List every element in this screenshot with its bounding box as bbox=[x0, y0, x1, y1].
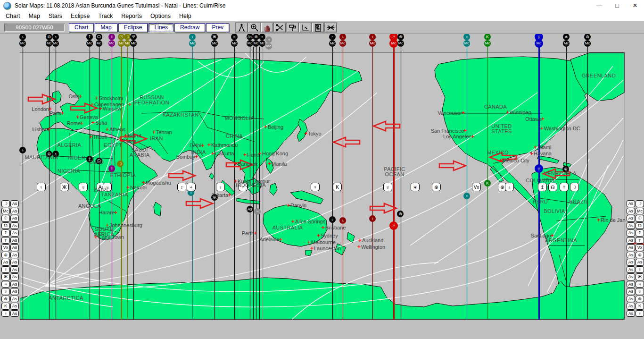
mc-line-label: Mc bbox=[211, 40, 218, 47]
rise-label: As bbox=[627, 266, 635, 273]
rise-line-row-left: ♅As bbox=[1, 288, 19, 295]
rise-line-row-left: ♀As bbox=[1, 310, 19, 317]
mc-line-label: Mc bbox=[563, 40, 570, 47]
mc-line-glyph: ⊕ bbox=[584, 34, 591, 40]
mc-line-label: Mc bbox=[463, 40, 470, 47]
rise-line-row-right: AsŦ bbox=[627, 237, 644, 244]
rise-label: As bbox=[10, 266, 19, 273]
menu-reports[interactable]: Reports bbox=[117, 12, 146, 20]
mc-line-glyph: Ж bbox=[211, 34, 218, 40]
rise-glyph: ↥ bbox=[1, 229, 10, 237]
mc-line-label: Mc bbox=[253, 40, 259, 47]
pan-hand-tool-icon[interactable] bbox=[261, 22, 273, 33]
menu-map[interactable]: Map bbox=[25, 12, 44, 20]
mc-line-glyph: ♆ bbox=[463, 34, 470, 40]
rise-label: As bbox=[627, 229, 635, 237]
rise-line-row-right: AsK bbox=[627, 303, 644, 310]
rise-glyph: ♃ bbox=[1, 281, 10, 288]
mc-line-label: Mc bbox=[124, 40, 131, 47]
red-arrow-left bbox=[628, 241, 644, 251]
rise-glyph: K bbox=[636, 303, 644, 310]
rise-line-row-left: ☉As bbox=[1, 215, 19, 222]
rise-label: As bbox=[627, 252, 635, 259]
mc-line-glyph: ♁ bbox=[259, 34, 265, 40]
rise-glyph: ⊕ bbox=[636, 252, 644, 259]
mc-line-label: Mc bbox=[265, 43, 272, 50]
rise-line-row-left: ☊As bbox=[1, 222, 19, 229]
rise-line-row-left: AsAs bbox=[1, 259, 19, 266]
chart-button[interactable]: Chart bbox=[69, 23, 94, 32]
mc-line-glyph: ♅ bbox=[231, 34, 238, 40]
mc-line-label: Mc bbox=[259, 40, 265, 47]
rise-glyph: ↥ bbox=[636, 229, 644, 237]
scissors-tool-icon[interactable] bbox=[273, 22, 286, 33]
minimize-button[interactable]: — bbox=[590, 0, 608, 11]
rise-label: As bbox=[627, 208, 635, 215]
rise-line-row-left: KAs bbox=[1, 303, 19, 310]
rise-glyph: ☉ bbox=[1, 215, 10, 222]
line-cross-tool-icon[interactable] bbox=[324, 22, 337, 33]
lines-button[interactable]: Lines bbox=[149, 23, 173, 32]
rise-label: As bbox=[10, 288, 19, 295]
menu-stars[interactable]: Stars bbox=[44, 12, 66, 20]
rise-glyph: ☉ bbox=[636, 215, 644, 222]
eclipse-button[interactable]: Eclipse bbox=[118, 23, 148, 32]
mc-line-label: Mc bbox=[52, 40, 59, 47]
prev-button[interactable]: Prev bbox=[206, 23, 229, 32]
menu-help[interactable]: Help bbox=[175, 12, 196, 20]
rise-line-row-left: ☿As bbox=[1, 266, 19, 273]
rise-line-row-left: ↥As bbox=[1, 229, 19, 237]
mc-line-label: Mc bbox=[108, 40, 115, 47]
rise-label: As bbox=[10, 222, 19, 229]
rise-label: As bbox=[627, 288, 635, 295]
mc-line-glyph: ∗ bbox=[563, 34, 570, 40]
mc-line-label: Mc bbox=[339, 40, 346, 47]
rise-label: As bbox=[627, 215, 635, 222]
rise-label: As bbox=[627, 273, 635, 280]
rise-glyph: Vx bbox=[1, 244, 10, 251]
rise-label: As bbox=[10, 296, 19, 303]
rise-glyph: K bbox=[1, 303, 10, 310]
mc-line-label: Mc bbox=[86, 40, 93, 47]
mc-line-glyph: As bbox=[247, 34, 253, 40]
roller-tool-icon[interactable] bbox=[286, 22, 299, 33]
rise-glyph: ♅ bbox=[636, 288, 644, 295]
rise-label: As bbox=[10, 215, 19, 222]
rise-glyph: ⊕ bbox=[1, 252, 10, 259]
rise-label: As bbox=[10, 237, 19, 244]
mc-line-label: Mc bbox=[369, 40, 376, 47]
close-button[interactable]: ✕ bbox=[626, 0, 644, 11]
mc-line-label: Mc bbox=[584, 40, 591, 47]
compass-tool-icon[interactable] bbox=[235, 22, 248, 33]
mc-line-glyph: ♄ bbox=[19, 34, 26, 40]
rise-line-row-left: ☽As bbox=[1, 200, 19, 207]
rise-glyph: ☿ bbox=[1, 266, 10, 273]
rise-label: As bbox=[627, 281, 635, 288]
rise-line-row-right: As♃ bbox=[627, 281, 644, 288]
rise-glyph: Ŧ bbox=[1, 237, 10, 244]
mc-line-glyph: ♀ bbox=[189, 34, 196, 40]
menu-track[interactable]: Track bbox=[94, 12, 117, 20]
mc-line-glyph: ♃ bbox=[265, 36, 272, 43]
mc-line-glyph: ⊗ bbox=[253, 34, 259, 40]
plot-point-tool-icon[interactable] bbox=[299, 22, 312, 33]
map-button[interactable]: Map bbox=[95, 23, 117, 32]
zoom-tool-icon[interactable] bbox=[248, 22, 261, 33]
map-canvas[interactable] bbox=[20, 52, 625, 320]
info-report-tool-icon[interactable] bbox=[312, 22, 324, 33]
rise-line-row-right: As↥ bbox=[627, 229, 644, 237]
rise-line-row-right: As⊕ bbox=[627, 252, 644, 259]
menu-chart[interactable]: Chart bbox=[1, 12, 25, 20]
rise-line-row-left: ŦAs bbox=[1, 237, 19, 244]
rise-glyph: ☽ bbox=[1, 200, 10, 207]
rise-line-row-left: ⊕As bbox=[1, 252, 19, 259]
maximize-button[interactable]: □ bbox=[608, 0, 626, 11]
menu-options[interactable]: Options bbox=[146, 12, 175, 20]
window-controls: — □ ✕ bbox=[590, 0, 644, 11]
rise-line-row-left: VxAs bbox=[1, 244, 19, 251]
redraw-button[interactable]: Redraw bbox=[174, 23, 205, 32]
menu-eclipse[interactable]: Eclipse bbox=[66, 12, 94, 20]
mc-line-label: Mc bbox=[189, 40, 196, 47]
rise-glyph: ♀ bbox=[1, 310, 10, 317]
mc-line-glyph: ☽ bbox=[124, 34, 131, 40]
